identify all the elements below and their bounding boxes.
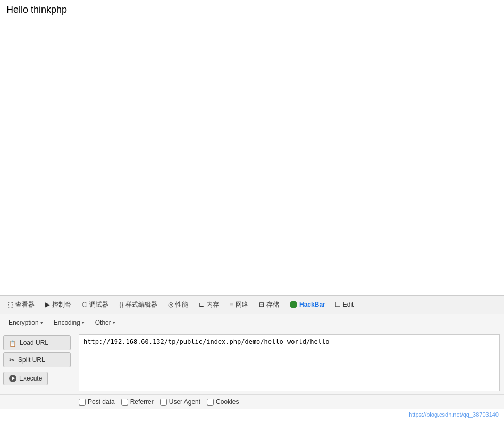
user-agent-label: User Agent [169,398,200,406]
storage-icon: ⊟ [259,301,264,308]
network-icon: ≡ [230,301,233,308]
page-heading: Hello thinkphp [6,4,498,15]
debugger-icon: ⬡ [82,301,87,308]
hackbar-panel: Load URL Split URL Execute [0,331,504,395]
perf-icon: ◎ [168,301,173,308]
tab-memory[interactable]: ⊏ 内存 [194,297,224,313]
tab-debugger[interactable]: ⬡ 调试器 [77,297,114,313]
user-agent-checkbox-item[interactable]: User Agent [160,398,200,406]
cookies-label: Cookies [216,398,239,406]
tab-edit[interactable]: ☐ Edit [331,298,358,311]
hackbar-toolbar: Encryption ▾ Encoding ▾ Other ▾ [0,314,504,331]
tab-memory-label: 内存 [206,300,219,309]
url-input[interactable] [79,334,500,391]
hackbar-bottom-bar: Post data Referrer User Agent Cookies [0,395,504,409]
hackbar-right-panel [74,331,504,394]
tab-console-label: 控制台 [52,300,71,309]
encryption-dropdown-icon: ▾ [40,320,43,325]
other-label: Other [95,319,111,326]
checkbox-icon: ☐ [335,301,341,308]
post-data-checkbox[interactable] [79,399,86,406]
main-content: Hello thinkphp [0,0,504,295]
other-menu[interactable]: Other ▾ [91,317,120,328]
encryption-menu[interactable]: Encryption ▾ [4,317,47,328]
split-url-label: Split URL [18,356,45,364]
encoding-menu[interactable]: Encoding ▾ [49,317,89,328]
encoding-label: Encoding [54,319,80,326]
inspector-icon: ⬚ [7,301,13,308]
load-url-label: Load URL [20,339,48,347]
console-icon: ▶ [45,301,50,308]
encryption-label: Encryption [9,319,39,326]
post-data-label: Post data [88,398,115,406]
load-url-button[interactable]: Load URL [3,335,71,350]
cookies-checkbox[interactable] [207,399,214,406]
tab-performance[interactable]: ◎ 性能 [163,297,194,313]
other-dropdown-icon: ▾ [113,320,115,325]
style-icon: {} [119,301,123,308]
tab-storage[interactable]: ⊟ 存储 [254,297,284,313]
hackbar-left-panel: Load URL Split URL Execute [0,331,74,394]
tab-inspector-label: 查看器 [15,300,35,309]
tab-network-label: 网络 [236,300,248,309]
tab-console[interactable]: ▶ 控制台 [40,297,77,313]
tab-debugger-label: 调试器 [89,300,108,309]
watermark: https://blog.csdn.net/qq_38703140 [409,411,499,418]
tab-hackbar[interactable]: HackBar [284,298,331,311]
edit-tab-label: Edit [343,301,354,308]
user-agent-checkbox[interactable] [160,399,167,406]
split-url-button[interactable]: Split URL [3,352,71,367]
cookies-checkbox-item[interactable]: Cookies [207,398,239,406]
hackbar-dot-icon [290,301,297,308]
execute-play-icon [9,375,16,382]
execute-button[interactable]: Execute [3,372,48,385]
referrer-checkbox-item[interactable]: Referrer [121,398,154,406]
execute-label: Execute [19,375,42,382]
tab-network[interactable]: ≡ 网络 [224,297,254,313]
memory-icon: ⊏ [199,301,204,308]
devtools-tabbar: ⬚ 查看器 ▶ 控制台 ⬡ 调试器 {} 样式编辑器 ◎ 性能 ⊏ 内存 ≡ 网… [0,295,504,314]
tab-storage-label: 存储 [266,300,279,309]
encoding-dropdown-icon: ▾ [82,320,85,325]
referrer-checkbox[interactable] [121,399,128,406]
hackbar-tab-label: HackBar [299,301,325,308]
load-url-icon [9,339,16,347]
tab-inspector[interactable]: ⬚ 查看器 [2,297,40,313]
tab-style[interactable]: {} 样式编辑器 [114,297,163,313]
tab-performance-label: 性能 [175,300,188,309]
tab-style-label: 样式编辑器 [125,300,157,309]
split-url-icon [9,356,15,364]
post-data-checkbox-item[interactable]: Post data [79,398,115,406]
referrer-label: Referrer [130,398,154,406]
